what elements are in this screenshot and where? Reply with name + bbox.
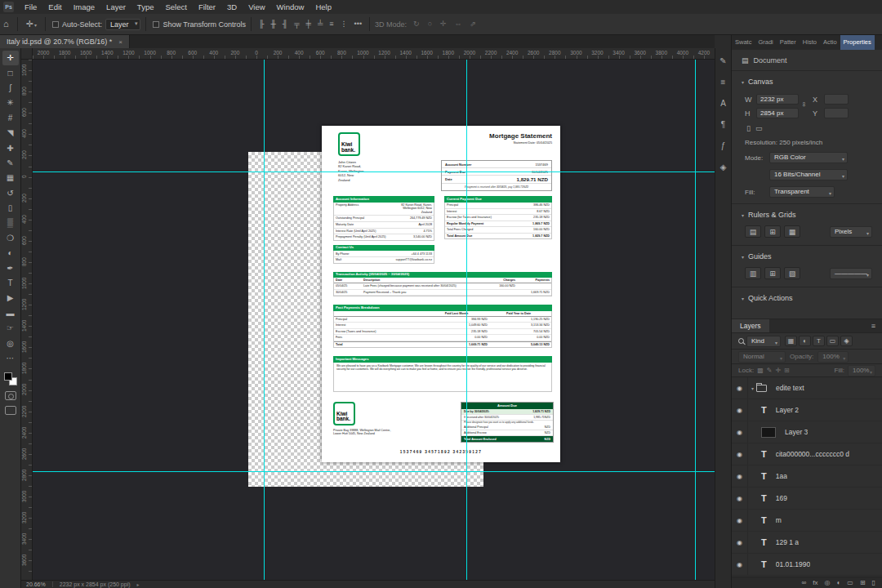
ruler-origin-corner[interactable] — [21, 48, 33, 60]
screen-mode-icon[interactable] — [5, 406, 16, 415]
layer-row[interactable]: ◉ ▾ cita000000...ccccccc0 d — [732, 443, 882, 466]
layer-visibility-toggle[interactable]: ◉ — [732, 554, 748, 575]
photoshop-app-icon[interactable]: Ps — [3, 2, 14, 12]
distribute-vertically-icon[interactable]: ≡ — [327, 20, 336, 29]
panel-tab[interactable]: Patter — [777, 35, 800, 50]
layer-visibility-toggle[interactable]: ◉ — [732, 466, 748, 487]
menu-item[interactable]: 3D — [221, 2, 243, 11]
layer-visibility-toggle[interactable]: ◉ — [732, 399, 748, 421]
layer-thumbnail[interactable] — [761, 559, 767, 569]
layer-row[interactable]: ◉ ▾ edite text — [732, 377, 882, 399]
mortgage-statement-document[interactable]: Kiwi bank. Mortgage Statement Statement … — [322, 126, 560, 462]
guide-layout-icon[interactable]: ⊞ — [764, 267, 781, 279]
delete-layer-icon[interactable]: ▯ — [872, 579, 875, 586]
align-right-edges-icon[interactable]: ╢ — [280, 20, 290, 29]
clone-stamp-tool[interactable]: ▦ — [2, 171, 19, 185]
link-dimensions-icon[interactable]: ∞ — [800, 102, 808, 107]
panel-tab[interactable]: Swatc — [732, 35, 755, 50]
color-mode-dropdown[interactable]: RGB Color — [769, 152, 848, 163]
link-layers-icon[interactable]: ∞ — [802, 579, 807, 586]
filter-pixel-layers-icon[interactable]: ▦ — [785, 336, 797, 346]
opacity-field[interactable]: 100% — [817, 351, 849, 363]
align-vertical-centers-icon[interactable]: ╪ — [304, 20, 314, 29]
panel-tab[interactable]: Histo — [800, 35, 820, 50]
layer-thumbnail[interactable] — [761, 449, 767, 459]
rulers-grids-section-header[interactable]: ▾ Rulers & Grids — [732, 204, 882, 222]
align-left-edges-icon[interactable]: ╟ — [256, 20, 266, 29]
vertical-guide[interactable] — [264, 60, 265, 580]
move-tool-preset-icon[interactable]: ✛▾ — [23, 20, 40, 29]
layer-row[interactable]: ◉ ▾ 129 1 a — [732, 532, 882, 554]
filter-kind-dropdown[interactable]: Kind — [746, 336, 781, 347]
group-expand-chevron[interactable]: ▾ — [751, 385, 754, 391]
move-tool[interactable]: ✛ — [2, 51, 19, 65]
gradient-tool[interactable]: ▒ — [2, 216, 19, 230]
lock-pixels-icon[interactable]: ✎ — [767, 367, 773, 374]
rectangle-tool[interactable]: ▬ — [2, 306, 19, 321]
rectangular-marquee-tool[interactable]: □ — [2, 65, 19, 80]
paragraph-panel-icon[interactable]: ¶ — [721, 120, 725, 129]
history-brush-tool[interactable]: ↺ — [2, 186, 19, 201]
panel-tab[interactable]: Actio — [820, 35, 840, 50]
canvas-area[interactable]: Kiwi bank. Mortgage Statement Statement … — [33, 60, 715, 580]
home-icon[interactable]: ⌂ — [0, 20, 12, 29]
layer-row[interactable]: ◉ ▾ 169 — [732, 488, 882, 510]
lock-all-icon[interactable]: ⊞ — [784, 367, 790, 374]
layer-thumbnail[interactable] — [761, 515, 767, 525]
quick-actions-section-header[interactable]: ▾ Quick Actions — [732, 287, 882, 305]
align-distribute-more-icon[interactable]: ••• — [352, 20, 364, 29]
layer-thumbnail[interactable] — [761, 493, 767, 503]
edit-toolbar-icon[interactable]: ⋯ — [2, 351, 19, 366]
vertical-ruler[interactable]: 1000800600400200020040060080010001200140… — [21, 60, 33, 580]
layer-row[interactable]: ◉ ▾ Layer 2 — [732, 399, 882, 421]
menu-item[interactable]: Window — [271, 2, 310, 11]
lock-guides-icon[interactable]: ▧ — [784, 267, 800, 279]
blend-mode-dropdown[interactable]: Normal — [738, 351, 786, 363]
canvas-section-header[interactable]: ▾ Canvas — [732, 71, 882, 89]
brush-settings-panel-icon[interactable]: ≡ — [721, 78, 726, 87]
canvas-height-field[interactable]: 2854 px — [756, 108, 799, 118]
quick-selection-tool[interactable]: ✳ — [2, 96, 19, 110]
align-horizontal-centers-icon[interactable]: ╫ — [268, 20, 278, 29]
canvas-x-field[interactable] — [824, 94, 849, 105]
snap-to-grid-icon[interactable]: ▦ — [784, 225, 800, 238]
spot-healing-brush-tool[interactable]: ✚ — [2, 140, 19, 155]
layer-visibility-toggle[interactable]: ◉ — [732, 532, 748, 553]
eyedropper-tool[interactable]: ◥ — [2, 126, 19, 140]
zoom-tool[interactable]: ◎ — [2, 336, 19, 350]
layer-visibility-toggle[interactable]: ◉ — [732, 443, 748, 465]
layer-row[interactable]: ◉ ▾ m — [732, 510, 882, 532]
menu-item[interactable]: File — [19, 2, 42, 11]
layer-row[interactable]: ◉ ▾ 1aa — [732, 466, 882, 488]
menu-item[interactable]: Edit — [42, 2, 67, 11]
add-layer-mask-icon[interactable]: ◎ — [825, 579, 831, 586]
vertical-guide[interactable] — [695, 60, 696, 580]
distribute-horizontally-icon[interactable]: ⋮ — [338, 20, 350, 29]
filter-shape-layers-icon[interactable]: ▭ — [826, 336, 839, 346]
pen-tool[interactable]: ✒ — [2, 261, 19, 275]
layer-visibility-toggle[interactable]: ◉ — [732, 377, 748, 399]
vertical-guide[interactable] — [466, 60, 467, 580]
layer-row[interactable]: ◉ ▾ 01.01.1990 — [732, 554, 882, 576]
layer-thumbnail[interactable] — [761, 427, 776, 438]
menu-item[interactable]: Help — [310, 2, 337, 11]
toggle-grid-icon[interactable]: ⊞ — [764, 225, 781, 238]
hand-tool[interactable]: ☞ — [2, 321, 19, 336]
layer-visibility-toggle[interactable]: ◉ — [732, 488, 748, 509]
layer-thumbnail[interactable] — [761, 537, 767, 547]
layer-thumbnail[interactable] — [761, 471, 767, 481]
glyphs-panel-icon[interactable]: A — [720, 99, 726, 108]
align-bottom-edges-icon[interactable]: ╧ — [315, 20, 325, 29]
close-tab-icon[interactable]: × — [118, 38, 122, 46]
filter-smart-objects-icon[interactable]: ◈ — [840, 336, 853, 346]
3d-roll-camera-icon[interactable]: ○ — [425, 20, 434, 29]
lock-position-icon[interactable]: ✛ — [775, 367, 781, 374]
panel-menu-icon[interactable]: ≡ — [871, 322, 882, 330]
panel-tab[interactable]: Properties — [840, 35, 875, 50]
3d-zoom-camera-icon[interactable]: ⇗ — [468, 20, 479, 29]
show-transform-controls-checkbox[interactable] — [153, 21, 159, 28]
bit-depth-dropdown[interactable]: 16 Bits/Channel — [769, 169, 848, 180]
type-tool[interactable]: T — [2, 276, 19, 291]
character-panel-icon[interactable]: ƒ — [721, 141, 726, 150]
toggle-rulers-icon[interactable]: ▤ — [745, 225, 761, 238]
